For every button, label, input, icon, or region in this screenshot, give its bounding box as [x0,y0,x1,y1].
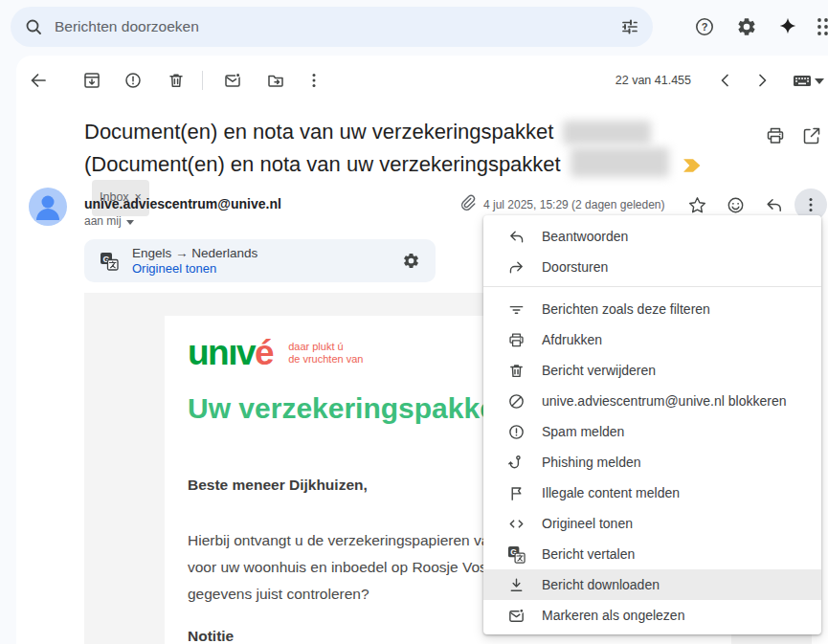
star-icon[interactable] [685,193,708,216]
search-input[interactable] [55,18,620,35]
print-all-icon[interactable] [765,125,786,146]
input-tools-keyboard-icon[interactable] [787,65,817,96]
print-icon [506,330,526,349]
translate-settings-gear-icon[interactable] [402,252,420,270]
help-icon[interactable]: ? [691,13,718,40]
phishing-icon [506,453,526,472]
code-icon [506,514,526,533]
archive-icon[interactable] [77,65,107,96]
translate-icon: G [100,252,119,271]
download-icon [506,575,526,594]
more-options-icon[interactable] [299,65,329,96]
menu-item-report-illegal-content[interactable]: Illegale content melden [483,477,821,508]
menu-item-forward[interactable]: Doorsturen [483,252,821,282]
email-greeting: Beste meneer Dijkhuizen, [188,477,368,494]
flag-icon [506,483,526,502]
subject-line-1: Document(en) en nota van uw verzekerings… [84,116,754,147]
report-icon [506,422,526,441]
search-bar[interactable] [11,7,653,47]
reply-icon [506,227,526,246]
toolbar-divider [202,71,203,90]
gmail-window: ? 22 van 41.455 Document [0,0,828,644]
redacted-text [563,121,651,144]
trash-icon[interactable] [161,65,191,96]
translate-bar: G Engels → Nederlands Origineel tonen [84,239,436,282]
recipient-toggle[interactable]: aan mij [84,214,134,228]
email-note-heading: Notitie [188,628,234,644]
filter-icon [506,300,526,319]
pagination-counter: 22 van 41.455 [615,74,691,87]
emoji-reaction-icon[interactable] [724,193,747,216]
sender-avatar[interactable] [29,188,67,226]
search-options-icon[interactable] [620,17,639,36]
report-spam-icon[interactable] [118,65,148,96]
trash-icon [506,361,526,380]
open-in-new-icon[interactable] [801,125,822,146]
message-date: 4 jul 2025, 15:29 (2 dagen geleden) [483,198,665,211]
unive-tagline: daar plukt ú de vruchten van [288,341,363,371]
menu-item-reply[interactable]: Beantwoorden [483,221,821,252]
menu-item-translate-message[interactable]: G Bericht vertalen [483,539,821,569]
menu-item-report-phishing[interactable]: Phishing melden [483,447,821,477]
mark-unread-icon[interactable] [217,65,248,96]
menu-item-block-sender[interactable]: unive.adviescentrum@unive.nl blokkeren [483,386,821,416]
menu-item-delete[interactable]: Bericht verwijderen [483,355,821,386]
sender-email[interactable]: unive.adviescentrum@unive.nl [84,196,281,211]
search-icon[interactable] [24,17,43,36]
email-heading: Uw verzekeringspakket [188,392,505,425]
back-arrow-icon[interactable] [23,65,54,96]
svg-text:?: ? [702,21,708,33]
menu-item-print[interactable]: Afdrukken [483,324,821,355]
menu-item-filter-messages[interactable]: Berichten zoals deze filteren [483,294,821,324]
menu-item-mark-unread[interactable]: Markeren als ongelezen [483,600,821,631]
translate-icon: G [506,544,526,564]
input-tools-caret-icon[interactable] [815,78,824,84]
gemini-sparkle-icon[interactable] [774,13,801,40]
important-marker-icon [683,158,702,173]
apps-grid-icon[interactable] [813,13,828,40]
block-icon [506,391,526,411]
message-options-menu: Beantwoorden Doorsturen Berichten zoals … [483,215,821,634]
translate-languages: Engels → Nederlands [132,246,257,260]
menu-item-report-spam[interactable]: Spam melden [483,416,821,447]
menu-divider [483,286,821,287]
unive-logo: unıvé daar plukt ú de vruchten van [188,335,363,371]
older-chevron-icon[interactable] [747,65,777,96]
newer-chevron-icon[interactable] [710,65,741,96]
mark-unread-icon [506,606,526,625]
move-to-folder-icon[interactable] [260,65,291,96]
reply-icon[interactable] [762,193,785,216]
menu-item-download-message[interactable]: Bericht downloaden [483,569,821,600]
chevron-down-icon [126,220,134,225]
attachment-paperclip-icon [458,193,481,216]
settings-gear-icon[interactable] [733,13,760,40]
menu-item-show-original[interactable]: Origineel tonen [483,508,821,539]
show-original-link[interactable]: Origineel tonen [132,261,257,276]
forward-icon [506,257,526,277]
redacted-text [571,147,669,177]
